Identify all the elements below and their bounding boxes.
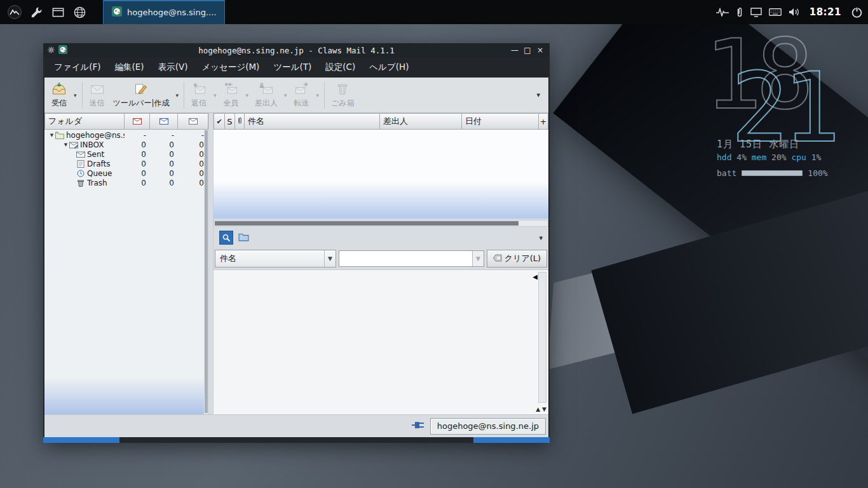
- toolbar-overflow-arrow-icon[interactable]: ▾: [536, 91, 540, 99]
- folder-pane: フォルダ ▼hogehoge@ns.sing.ne.jp---▼INBOX000…: [44, 113, 208, 414]
- paperclip-icon[interactable]: [736, 6, 743, 18]
- speaker-icon[interactable]: [789, 8, 800, 17]
- compose-dropdown-arrow-icon[interactable]: ▾: [173, 92, 181, 98]
- total-mail-column-header[interactable]: [178, 113, 208, 130]
- titlebar[interactable]: hogehoge@ns.sing.ne.jp - Claws Mail 4.1.…: [43, 43, 550, 57]
- toolbar-send-button[interactable]: 送信: [85, 79, 109, 111]
- folder-row-inbox[interactable]: ▼INBOX000: [44, 140, 208, 149]
- add-column-button[interactable]: +: [539, 113, 548, 130]
- reply-all-dropdown-arrow-icon[interactable]: ▾: [243, 92, 251, 98]
- toolbar-receive-button[interactable]: 受信▾: [47, 79, 79, 111]
- keyboard-icon[interactable]: [769, 8, 782, 16]
- menu-item-1[interactable]: 編集(E): [108, 57, 151, 78]
- message-list-hscrollbar[interactable]: [214, 220, 548, 227]
- search-type-combo[interactable]: 件名 ▼: [215, 250, 336, 268]
- wrench-icon[interactable]: [27, 1, 46, 23]
- quicksearch-bar: ▾: [214, 229, 548, 247]
- paperclip-icon: [237, 116, 243, 126]
- compose-icon: [133, 82, 149, 96]
- scroll-up-icon[interactable]: ▲: [536, 406, 540, 412]
- toolbar-label: 送信: [90, 98, 105, 109]
- distro-logo-icon[interactable]: [5, 1, 24, 23]
- menu-item-4[interactable]: ツール(T): [266, 57, 318, 78]
- mark-column-header[interactable]: ✔: [214, 113, 225, 130]
- toolbar-separator: [324, 82, 325, 109]
- pane-divider[interactable]: [208, 113, 214, 414]
- message-view-scrollbar[interactable]: [538, 272, 546, 403]
- toolbar-reply-button[interactable]: 返信▾: [187, 79, 219, 111]
- stat-value-cpu: 1%: [811, 152, 822, 162]
- scroll-down-icon[interactable]: ▼: [542, 406, 546, 412]
- resize-grip-left[interactable]: [43, 437, 119, 443]
- expander-icon[interactable]: ▼: [62, 142, 69, 147]
- date-column-header[interactable]: 日付: [462, 113, 539, 130]
- close-button[interactable]: ×: [534, 46, 546, 55]
- folder-row-sent[interactable]: Sent000: [44, 149, 208, 159]
- account-selector[interactable]: hogehoge@ns.sing.ne.jp: [430, 418, 546, 435]
- message-list-header: ✔S件名差出人日付+: [214, 113, 548, 130]
- reply-dropdown-arrow-icon[interactable]: ▾: [211, 92, 219, 98]
- folder-row-hogehoge-ns-sing-ne-jp[interactable]: ▼hogehoge@ns.sing.ne.jp---: [44, 130, 208, 140]
- receive-dropdown-arrow-icon[interactable]: ▾: [71, 92, 79, 98]
- window-border-right[interactable]: [548, 43, 550, 443]
- new-mail-column-header[interactable]: [125, 113, 150, 130]
- folder-row-trash[interactable]: Trash000: [44, 178, 208, 187]
- from-column-header[interactable]: 差出人: [380, 113, 462, 130]
- battery-bar: [742, 170, 803, 176]
- clear-button[interactable]: クリア(L): [487, 250, 547, 268]
- search-toggle-button[interactable]: [219, 231, 233, 245]
- menu-item-6[interactable]: ヘルプ(H): [362, 57, 416, 78]
- toolbar-reply-sender-button[interactable]: 差出人▾: [251, 79, 290, 111]
- network-activity-icon[interactable]: [716, 8, 729, 17]
- scrollbar-thumb[interactable]: [205, 130, 208, 413]
- toolbar-forward-button[interactable]: 転送▾: [290, 79, 322, 111]
- menu-item-5[interactable]: 設定(C): [318, 57, 362, 78]
- power-icon[interactable]: [851, 6, 863, 18]
- menubar: ファイル(F)編集(E)表示(V)メッセージ(M)ツール(T)設定(C)ヘルプ(…: [44, 57, 548, 78]
- globe-icon[interactable]: [70, 1, 89, 23]
- online-status-icon[interactable]: [412, 420, 426, 432]
- taskbar: hogehoge@ns.sing.... 18:21: [0, 0, 868, 24]
- scrollbar-thumb[interactable]: [215, 221, 519, 226]
- message-view[interactable]: ◀ ▲ ▼: [214, 269, 548, 414]
- menu-item-3[interactable]: メッセージ(M): [194, 57, 266, 78]
- scrollbar-steppers: ▲ ▼: [536, 406, 546, 412]
- forward-dropdown-arrow-icon[interactable]: ▾: [314, 92, 322, 98]
- window-border-bottom[interactable]: [43, 437, 550, 443]
- folder-row-queue[interactable]: Queue000: [44, 168, 208, 178]
- menu-item-0[interactable]: ファイル(F): [47, 57, 108, 78]
- folder-column-header[interactable]: フォルダ: [44, 113, 125, 130]
- search-input[interactable]: ▼: [339, 250, 484, 267]
- toolbar-separator: [184, 82, 184, 109]
- window-manager-icon[interactable]: [48, 1, 67, 23]
- maximize-button[interactable]: □: [522, 46, 533, 55]
- chevron-down-icon[interactable]: ▼: [324, 250, 336, 267]
- status-column-header[interactable]: S: [225, 113, 235, 130]
- display-icon[interactable]: [750, 8, 762, 17]
- reply-sender-icon: [258, 82, 275, 96]
- reply-sender-dropdown-arrow-icon[interactable]: ▾: [281, 92, 290, 98]
- folder-pane-scrollbar[interactable]: [204, 130, 208, 414]
- menu-item-2[interactable]: 表示(V): [151, 57, 195, 78]
- search-type-value: 件名: [215, 253, 324, 264]
- toolbar-compose-button[interactable]: ツールバー|作成▾: [109, 79, 181, 111]
- minimize-button[interactable]: —: [509, 46, 520, 55]
- taskbar-clock: 18:21: [810, 6, 841, 18]
- folder-search-icon[interactable]: [238, 232, 249, 244]
- quicksearch-options-arrow-icon[interactable]: ▾: [539, 234, 543, 242]
- unread-count: 0: [150, 169, 178, 178]
- subject-column-header[interactable]: 件名: [245, 113, 380, 130]
- taskbar-task-claws-mail[interactable]: hogehoge@ns.sing....: [103, 0, 225, 24]
- conky-battery: batt 100%: [717, 168, 828, 178]
- search-history-arrow-icon[interactable]: ▼: [472, 251, 484, 266]
- folder-row-drafts[interactable]: Drafts000: [44, 159, 208, 168]
- expander-icon[interactable]: ▼: [48, 133, 55, 138]
- collapse-pane-arrow-icon[interactable]: ◀: [532, 273, 538, 280]
- unread-mail-column-header[interactable]: [150, 113, 178, 130]
- message-list[interactable]: [214, 130, 548, 219]
- attachment-column-header[interactable]: [235, 113, 245, 130]
- toolbar-label: 返信: [191, 98, 207, 109]
- toolbar-reply-all-button[interactable]: 全員▾: [219, 79, 251, 111]
- toolbar-trash-button[interactable]: ごみ箱: [327, 79, 358, 111]
- resize-grip-right[interactable]: [473, 437, 550, 443]
